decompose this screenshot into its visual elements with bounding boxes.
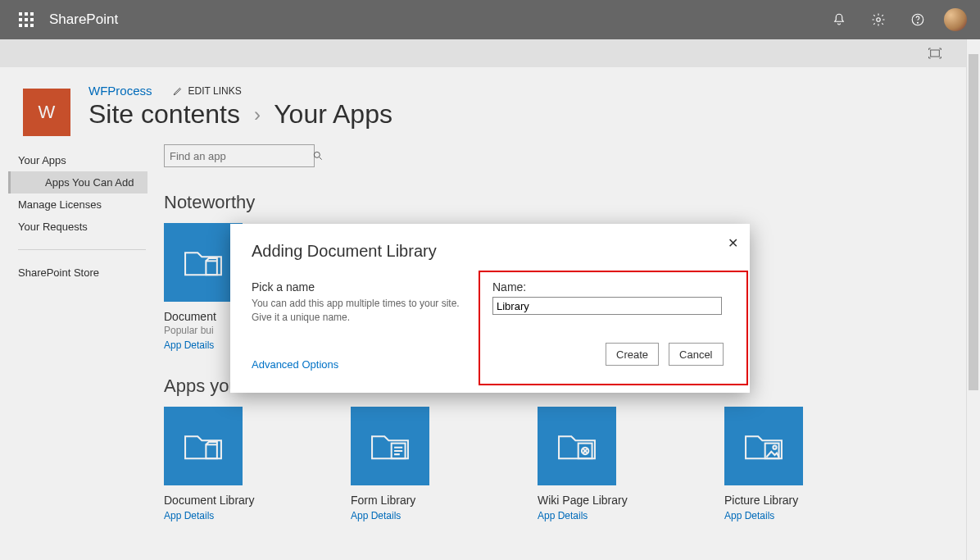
chevron-right-icon: ›	[254, 103, 261, 125]
site-header: W WFProcess EDIT LINKS Site contents › Y…	[0, 67, 966, 144]
svg-rect-1	[25, 12, 28, 16]
svg-rect-15	[206, 444, 217, 458]
gear-icon	[871, 12, 886, 27]
svg-point-9	[877, 18, 881, 22]
edit-links-button[interactable]: EDIT LINKS	[172, 85, 242, 97]
site-logo[interactable]: W	[23, 89, 70, 136]
nav-manage-licenses[interactable]: Manage Licenses	[0, 193, 164, 216]
nav-your-requests[interactable]: Your Requests	[0, 216, 164, 238]
app-card-form-library: Form Library App Details	[351, 407, 465, 521]
svg-rect-3	[19, 18, 22, 21]
svg-point-11	[918, 22, 919, 23]
pick-name-description: You can add this app multiple times to y…	[252, 297, 473, 326]
app-title: Picture Library	[724, 494, 839, 507]
app-title: Wiki Page Library	[538, 494, 652, 507]
create-button[interactable]: Create	[606, 343, 659, 366]
app-title: Form Library	[351, 494, 465, 507]
folder-picture-icon	[742, 424, 786, 468]
waffle-icon	[19, 12, 34, 27]
left-nav: Your Apps Apps You Can Add Manage Licens…	[0, 144, 164, 538]
app-card-picture-library: Picture Library App Details	[724, 407, 839, 521]
bell-icon	[832, 12, 846, 27]
app-tile-form-library[interactable]	[351, 407, 429, 485]
svg-rect-2	[30, 12, 34, 16]
app-card-document-library: Document Library App Details	[164, 407, 279, 521]
svg-rect-0	[19, 12, 22, 16]
app-details-link[interactable]: App Details	[351, 510, 465, 521]
app-tile-wiki-library[interactable]	[538, 407, 616, 485]
app-search[interactable]	[164, 144, 315, 167]
svg-point-13	[314, 152, 320, 157]
crumb-your-apps: Your Apps	[274, 99, 392, 129]
app-title: Document Library	[164, 494, 279, 507]
pick-name-heading: Pick a name	[252, 280, 473, 294]
svg-rect-12	[931, 50, 940, 57]
brand-label: SharePoint	[46, 11, 118, 28]
breadcrumb: Site contents › Your Apps	[88, 99, 392, 130]
folder-file-icon	[181, 240, 225, 285]
scrollbar-thumb[interactable]	[969, 54, 978, 390]
nav-apps-you-can-add[interactable]: Apps You Can Add	[8, 171, 147, 193]
svg-rect-7	[25, 24, 28, 27]
svg-rect-5	[30, 18, 34, 21]
crumb-site-contents[interactable]: Site contents	[88, 99, 240, 129]
settings-button[interactable]	[859, 0, 898, 39]
app-details-link[interactable]: App Details	[724, 510, 839, 521]
ribbon-bar	[0, 39, 966, 67]
dialog-right: Name: Create Cancel	[492, 280, 728, 371]
vertical-scrollbar[interactable]	[966, 39, 980, 560]
focus-icon	[928, 47, 941, 60]
search-icon	[312, 150, 324, 162]
dialog-close-button[interactable]: ✕	[728, 235, 738, 251]
name-input[interactable]	[492, 297, 722, 315]
folder-form-icon	[368, 424, 412, 468]
site-title-link[interactable]: WFProcess	[88, 84, 152, 98]
user-avatar[interactable]	[944, 8, 967, 31]
pencil-icon	[172, 85, 184, 97]
cancel-button[interactable]: Cancel	[669, 343, 723, 366]
apps-row: Document Library App Details Form Librar…	[164, 407, 950, 521]
focus-mode-button[interactable]	[927, 45, 943, 61]
app-tile-picture-library[interactable]	[724, 407, 803, 485]
app-card-wiki-library: Wiki Page Library App Details	[538, 407, 652, 521]
advanced-options-link[interactable]: Advanced Options	[252, 358, 473, 371]
app-launcher-button[interactable]	[7, 0, 46, 39]
svg-point-20	[773, 446, 776, 449]
suite-bar: SharePoint	[0, 0, 980, 39]
folder-wiki-icon	[555, 424, 599, 468]
app-details-link[interactable]: App Details	[164, 510, 279, 521]
folder-file-icon	[181, 424, 225, 468]
nav-divider	[18, 249, 146, 250]
svg-rect-8	[30, 24, 34, 27]
svg-rect-4	[25, 18, 28, 21]
close-icon: ✕	[728, 236, 738, 250]
app-tile-document-library-2[interactable]	[164, 407, 243, 485]
section-noteworthy: Noteworthy	[164, 192, 950, 213]
notifications-button[interactable]	[819, 0, 859, 39]
svg-rect-14	[206, 261, 217, 275]
edit-links-label: EDIT LINKS	[188, 85, 242, 97]
svg-rect-6	[19, 24, 22, 27]
search-input[interactable]	[165, 150, 312, 162]
dialog-title: Adding Document Library	[252, 242, 728, 261]
dialog-left: Pick a name You can add this app multipl…	[252, 280, 473, 371]
app-details-link[interactable]: App Details	[538, 510, 652, 521]
name-label: Name:	[492, 280, 728, 294]
help-button[interactable]	[898, 0, 937, 39]
add-app-dialog: ✕ Adding Document Library Pick a name Yo…	[230, 224, 750, 393]
nav-sharepoint-store[interactable]: SharePoint Store	[0, 262, 164, 284]
search-button[interactable]	[312, 150, 324, 162]
nav-your-apps[interactable]: Your Apps	[0, 149, 164, 171]
question-icon	[910, 12, 925, 27]
